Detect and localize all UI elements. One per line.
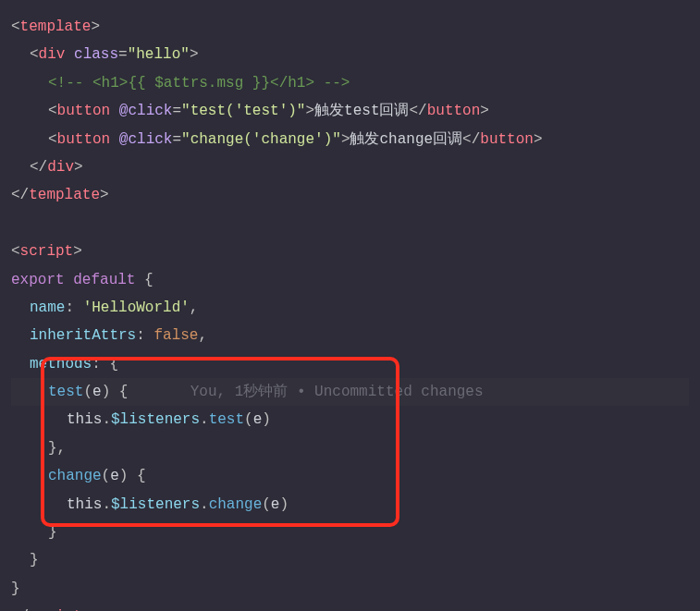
code-editor[interactable]: <template> <div class="hello"> <!-- <h1>… xyxy=(11,13,689,611)
code-line: <button @click="change('change')">触发chan… xyxy=(11,126,689,153)
code-line: </div> xyxy=(11,153,689,181)
code-line: name: 'HelloWorld', xyxy=(11,294,689,322)
code-line: </template> xyxy=(11,181,689,209)
code-line: } xyxy=(11,546,689,574)
code-line: </script> xyxy=(11,603,689,611)
code-line-active: test(e) { You, 1秒钟前 • Uncommitted change… xyxy=(11,378,689,406)
code-line: this.$listeners.change(e) xyxy=(11,491,689,519)
code-line: export default { xyxy=(11,266,689,294)
code-line: inheritAttrs: false, xyxy=(11,322,689,349)
code-line: } xyxy=(11,519,689,546)
code-line: } xyxy=(11,575,689,603)
code-line: <template> xyxy=(11,13,689,41)
code-line: }, xyxy=(11,434,689,462)
code-line-blank xyxy=(11,210,689,238)
git-blame-annotation: You, 1秒钟前 • Uncommitted changes xyxy=(190,384,484,400)
code-line-comment: <!-- <h1>{{ $attrs.msg }}</h1> --> xyxy=(11,69,689,97)
code-line: change(e) { xyxy=(11,462,689,490)
code-line: this.$listeners.test(e) xyxy=(11,406,689,434)
code-line: <div class="hello"> xyxy=(11,41,689,68)
code-line: methods: { xyxy=(11,350,689,378)
code-line: <script> xyxy=(11,238,689,265)
code-line: <button @click="test('test')">触发test回调</… xyxy=(11,97,689,125)
